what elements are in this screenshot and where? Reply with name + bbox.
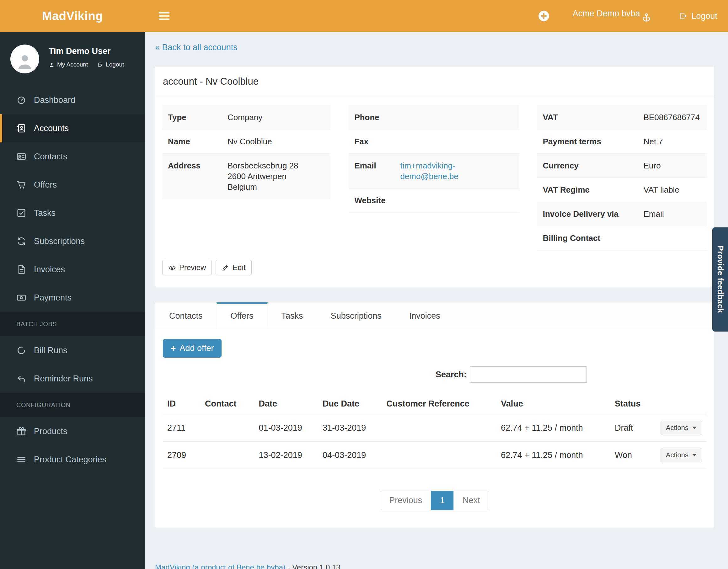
search-input[interactable] — [470, 366, 586, 383]
refresh-icon — [16, 236, 26, 246]
pagination-next[interactable]: Next — [453, 491, 489, 510]
quick-add-icon[interactable] — [538, 10, 550, 22]
sidebar-item-dashboard[interactable]: Dashboard — [0, 86, 145, 114]
caret-down-icon — [692, 454, 697, 456]
cell-contact — [201, 442, 254, 469]
sidebar-item-label: Subscriptions — [34, 237, 85, 246]
sidebar-item-label: Product Categories — [34, 455, 106, 464]
sidebar-item-label: Payments — [34, 293, 72, 303]
search-label: Search: — [436, 370, 467, 379]
app-logo: MadViking — [0, 9, 145, 23]
field-label: Type — [162, 105, 222, 130]
sidebar-section-configuration: CONFIGURATION — [0, 393, 145, 417]
main-content: « Back to all accounts account - Nv Cool… — [145, 32, 728, 569]
actions-dropdown-button[interactable]: Actions — [661, 448, 702, 462]
cell-date: 13-02-2019 — [254, 442, 319, 469]
current-account-menu[interactable]: Acme Demo bvba — [573, 9, 652, 23]
footer-link[interactable]: MadViking (a product of Bene.be bvba) — [155, 563, 286, 569]
field-value: Email — [638, 202, 707, 226]
my-account-link[interactable]: My Account — [49, 61, 88, 68]
provide-feedback-tab[interactable]: Provide feedback — [712, 228, 728, 331]
tab-tasks[interactable]: Tasks — [268, 302, 317, 328]
column-header-id: ID — [163, 394, 201, 414]
table-row: 2711 01-03-2019 31-03-2019 62.74 + 11.25… — [163, 414, 706, 442]
cell-contact — [201, 414, 254, 442]
cell-due-date: 31-03-2019 — [318, 414, 382, 442]
sign-out-icon — [679, 12, 688, 20]
field-value: Company — [222, 105, 330, 130]
sidebar-item-label: Contacts — [34, 152, 67, 162]
table-row: Fax — [349, 130, 519, 154]
cell-id: 2709 — [163, 442, 201, 469]
column-header-value: Value — [496, 394, 610, 414]
sidebar-item-accounts[interactable]: Accounts — [0, 114, 145, 142]
table-row: AddressBorsbeeksebrug 28 2600 Antwerpen … — [162, 154, 330, 199]
email-link[interactable]: tim+madviking-demo@bene.be — [400, 160, 482, 182]
tab-invoices[interactable]: Invoices — [395, 302, 454, 328]
field-label: Currency — [537, 154, 638, 178]
page-title: account - Nv Coolblue — [155, 67, 714, 97]
table-row: Phone — [349, 105, 519, 130]
field-label: Address — [162, 154, 222, 199]
footer-version: - Version 1.0.13 — [288, 563, 340, 569]
sidebar-toggle-icon[interactable] — [159, 12, 169, 20]
table-row: VATBE0867686774 — [537, 105, 707, 130]
sidebar-item-payments[interactable]: Payments — [0, 284, 145, 312]
sidebar-item-tasks[interactable]: Tasks — [0, 199, 145, 227]
field-label: Name — [162, 130, 222, 154]
preview-button[interactable]: Preview — [162, 260, 212, 276]
sidebar-item-invoices[interactable]: Invoices — [0, 255, 145, 284]
sidebar-item-product-categories[interactable]: Product Categories — [0, 445, 145, 474]
logout-button[interactable]: Logout — [679, 11, 717, 21]
add-offer-button[interactable]: +Add offer — [163, 339, 222, 357]
table-row: Invoice Delivery viaEmail — [537, 202, 707, 226]
field-value: Nv Coolblue — [222, 130, 330, 154]
field-value — [394, 130, 519, 154]
tab-contacts[interactable]: Contacts — [155, 302, 217, 328]
tab-offers[interactable]: Offers — [217, 302, 268, 328]
pagination-previous[interactable]: Previous — [380, 491, 431, 510]
table-row: Billing Contact — [537, 226, 707, 250]
sidebar-item-reminder-runs[interactable]: Reminder Runs — [0, 364, 145, 393]
footer: MadViking (a product of Bene.be bvba) - … — [155, 563, 714, 569]
tab-subscriptions[interactable]: Subscriptions — [317, 302, 395, 328]
back-to-accounts-link[interactable]: « Back to all accounts — [155, 43, 238, 52]
avatar — [10, 45, 39, 73]
logout-link[interactable]: Logout — [97, 61, 124, 68]
dashboard-icon — [16, 95, 26, 105]
sidebar-section-batch-jobs: BATCH JOBS — [0, 312, 145, 336]
table-row: Payment termsNet 7 — [537, 130, 707, 154]
sidebar-nav: Dashboard Accounts Contacts Offers Tasks… — [0, 86, 145, 474]
sidebar-item-bill-runs[interactable]: Bill Runs — [0, 336, 145, 364]
top-navbar: MadViking Acme Demo bvba Logout — [0, 0, 728, 32]
user-icon — [49, 62, 55, 68]
pagination-page-1[interactable]: 1 — [431, 491, 454, 510]
sidebar-item-label: Products — [34, 427, 67, 436]
column-header-actions — [656, 394, 706, 414]
column-header-due-date: Due Date — [318, 394, 382, 414]
pencil-icon — [222, 264, 229, 272]
column-header-date: Date — [254, 394, 319, 414]
actions-label: Actions — [666, 424, 688, 432]
user-panel: Tim Demo User My Account Logout — [0, 32, 145, 83]
sidebar-item-products[interactable]: Products — [0, 417, 145, 445]
sidebar-item-offers[interactable]: Offers — [0, 171, 145, 199]
actions-dropdown-button[interactable]: Actions — [661, 421, 702, 435]
sidebar-item-subscriptions[interactable]: Subscriptions — [0, 227, 145, 255]
edit-button[interactable]: Edit — [216, 260, 251, 276]
cell-value: 62.74 + 11.25 / month — [496, 442, 610, 469]
sidebar-item-label: Reminder Runs — [34, 374, 93, 384]
invoice-icon — [16, 265, 26, 275]
contacts-icon — [16, 152, 26, 162]
field-value: Euro — [638, 154, 707, 178]
cell-date: 01-03-2019 — [254, 414, 319, 442]
field-value — [638, 226, 707, 250]
eye-icon — [168, 264, 176, 272]
column-header-contact: Contact — [201, 394, 254, 414]
field-label: Email — [349, 154, 394, 189]
navbar-right: Acme Demo bvba Logout — [538, 9, 728, 23]
reminder-icon — [16, 373, 26, 384]
sidebar-item-contacts[interactable]: Contacts — [0, 142, 145, 171]
user-name: Tim Demo User — [49, 46, 124, 56]
field-label: Phone — [349, 105, 394, 130]
